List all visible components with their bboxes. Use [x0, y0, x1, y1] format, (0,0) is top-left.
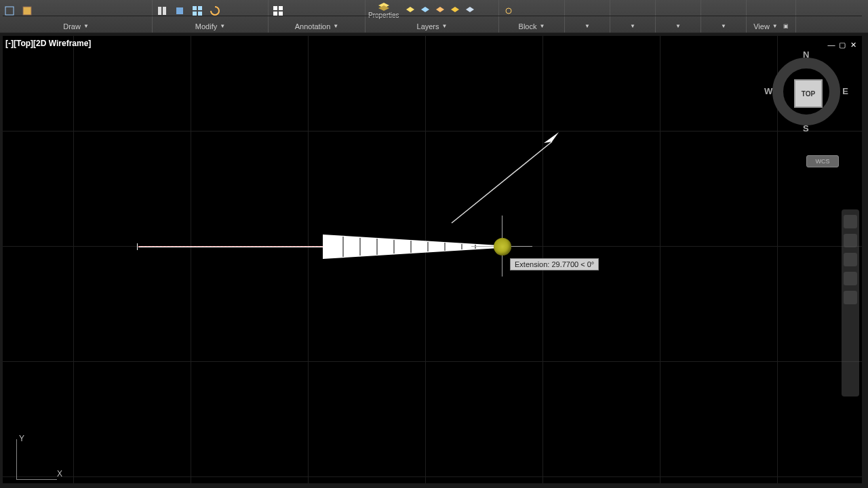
ucs-y-label: Y [19, 434, 24, 443]
panel-title-layers[interactable]: Layers ▼ [368, 20, 496, 33]
panel-small: ▼ [610, 0, 656, 33]
viewport-minimize-icon[interactable]: — [827, 40, 836, 49]
layer-properties-button[interactable]: Properties [368, 3, 399, 19]
caret-icon: ▼ [333, 22, 338, 31]
navigation-bar [842, 209, 859, 396]
viewcube-north[interactable]: N [803, 49, 809, 60]
viewport-maximize-icon[interactable]: ▢ [837, 40, 847, 49]
svg-rect-0 [5, 7, 14, 15]
svg-rect-6 [198, 6, 202, 10]
viewport-label[interactable]: [-][Top][2D Wireframe] [5, 39, 91, 48]
viewcube-south[interactable]: S [803, 123, 809, 134]
caret-icon: ▼ [630, 22, 635, 31]
svg-rect-10 [279, 6, 283, 10]
svg-rect-4 [176, 7, 183, 14]
panel-draw: Draw ▼ [0, 0, 153, 33]
panel-small-expand[interactable]: ▼ [658, 20, 698, 33]
panel-title-draw[interactable]: Draw ▼ [3, 20, 149, 33]
panel-title-annotation[interactable]: Annotation ▼ [271, 20, 362, 33]
nav-orbit-icon[interactable] [844, 272, 857, 285]
viewcube-face-top[interactable]: TOP [794, 79, 823, 108]
viewport-window-controls: — ▢ ✕ [827, 40, 858, 49]
svg-rect-3 [163, 7, 166, 15]
caret-icon: ▼ [721, 22, 726, 31]
svg-marker-17 [436, 7, 444, 12]
caret-icon: ▼ [539, 22, 545, 31]
ribbon: Draw ▼ Modify ▼ Annotation ▼ Pr [0, 0, 868, 33]
viewcube-east[interactable]: E [842, 86, 848, 96]
nav-pan-icon[interactable] [844, 234, 857, 247]
viewcube-west[interactable]: W [764, 86, 772, 96]
svg-marker-32 [544, 132, 559, 143]
panel-view: View ▼ ▣ [747, 0, 796, 33]
panel-title-label: Modify [195, 22, 217, 31]
viewport-container: [-][Top][2D Wireframe] — ▢ ✕ Extension: … [3, 36, 862, 483]
drawing-viewport[interactable]: [-][Top][2D Wireframe] — ▢ ✕ Extension: … [3, 36, 862, 483]
panel-layers: Properties Layers ▼ [366, 0, 499, 33]
panel-block: Block ▼ [499, 0, 565, 33]
svg-rect-2 [158, 7, 161, 15]
svg-rect-1 [23, 7, 31, 15]
cursor-tooltip: Extension: 29.7700 < 0° [510, 258, 599, 270]
nav-wheel-icon[interactable] [844, 215, 857, 228]
panel-title-block[interactable]: Block ▼ [502, 20, 561, 33]
viewport-close-icon[interactable]: ✕ [848, 40, 858, 49]
panel-small-expand[interactable]: ▼ [568, 20, 607, 33]
panel-title-modify[interactable]: Modify ▼ [155, 20, 265, 33]
caret-icon: ▼ [83, 22, 89, 31]
svg-rect-9 [273, 6, 277, 10]
panel-small: ▼ [565, 0, 610, 33]
caret-icon: ▼ [585, 22, 590, 31]
caret-icon: ▼ [675, 22, 681, 31]
caret-icon: ▼ [772, 22, 778, 31]
svg-point-20 [506, 8, 511, 14]
extension-arrow-shape [323, 235, 499, 259]
wcs-dropdown[interactable]: WCS [806, 155, 839, 167]
panel-modify: Modify ▼ [153, 0, 269, 33]
panel-small: ▼ [701, 0, 747, 33]
collapse-icon[interactable]: ▣ [783, 22, 789, 31]
nav-showmotion-icon[interactable] [844, 291, 857, 304]
svg-marker-18 [451, 7, 459, 12]
panel-title-label: View [753, 22, 770, 31]
panel-annotation: Annotation ▼ [269, 0, 366, 33]
drawing-diagonal-line [450, 129, 566, 224]
panel-title-label: Annotation [295, 22, 331, 31]
svg-marker-15 [406, 7, 414, 12]
svg-marker-19 [466, 7, 474, 12]
panel-title-label: Layers [417, 22, 439, 31]
nav-zoom-icon[interactable] [844, 253, 857, 266]
ucs-x-label: X [57, 469, 62, 479]
caret-icon: ▼ [442, 22, 448, 31]
caret-icon: ▼ [220, 22, 225, 31]
panel-small: ▼ [656, 0, 701, 33]
svg-line-31 [452, 142, 552, 223]
panel-title-label: Draw [63, 22, 81, 31]
viewcube[interactable]: TOP N S E W [766, 51, 847, 132]
panel-small-expand[interactable]: ▼ [613, 20, 652, 33]
svg-marker-16 [421, 7, 429, 12]
panel-title-label: Block [519, 22, 537, 31]
panel-small-expand[interactable]: ▼ [704, 20, 743, 33]
svg-rect-5 [193, 6, 197, 10]
panel-title-view[interactable]: View ▼ ▣ [749, 20, 793, 33]
